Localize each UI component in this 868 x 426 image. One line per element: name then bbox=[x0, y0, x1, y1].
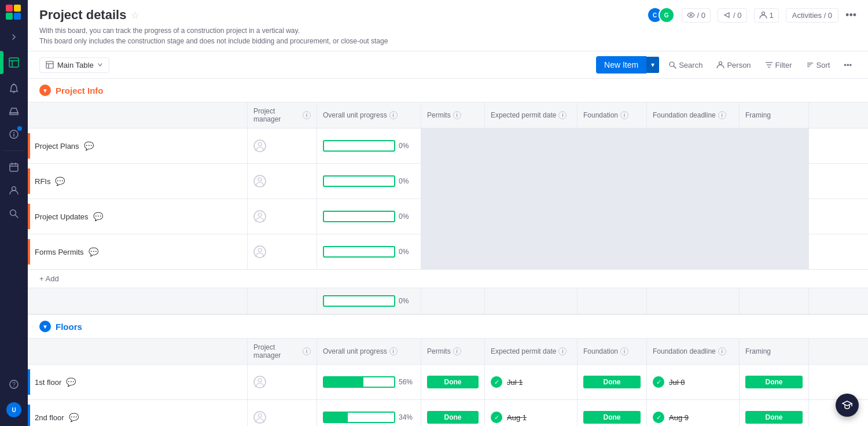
foundation-cell[interactable] bbox=[578, 199, 647, 234]
expected-date-cell[interactable] bbox=[485, 199, 578, 234]
filter-action[interactable]: Filter bbox=[760, 58, 797, 72]
permits-cell[interactable]: Done bbox=[421, 400, 485, 426]
expected-date-cell[interactable] bbox=[485, 128, 578, 163]
foundation-deadline-cell[interactable] bbox=[647, 164, 740, 199]
expected-date-cell[interactable] bbox=[485, 164, 578, 199]
comment-icon[interactable]: 💬 bbox=[93, 212, 103, 221]
help-button[interactable] bbox=[836, 394, 859, 417]
col-permits-f: Permits i bbox=[421, 339, 485, 364]
expected-date-cell[interactable]: ✓ Jul 1 bbox=[485, 365, 578, 399]
foundation-deadline-cell[interactable] bbox=[647, 199, 740, 234]
floors-title: Floors bbox=[56, 322, 82, 332]
avatar-group[interactable]: C G bbox=[647, 7, 675, 23]
sidebar-toggle[interactable] bbox=[7, 30, 21, 44]
foundation-cell[interactable]: Done bbox=[578, 365, 647, 399]
progress-cell[interactable]: 0% bbox=[317, 128, 421, 163]
permits-cell[interactable]: Done bbox=[421, 365, 485, 399]
sidebar-item-info[interactable] bbox=[3, 124, 24, 145]
foundation-deadline-cell[interactable]: ✓ Aug 9 bbox=[647, 400, 740, 426]
expected-date-info-icon[interactable]: i bbox=[558, 111, 567, 119]
foundation-cell[interactable] bbox=[578, 164, 647, 199]
sidebar-item-inbox[interactable] bbox=[3, 101, 24, 122]
progress-cell[interactable]: 0% bbox=[317, 234, 421, 269]
project-info-toggle[interactable]: ▼ bbox=[39, 85, 51, 96]
permits-info-icon-f[interactable]: i bbox=[453, 347, 461, 355]
expected-date-cell[interactable]: ✓ Aug 1 bbox=[485, 400, 578, 426]
progress-cell[interactable]: 0% bbox=[317, 164, 421, 199]
pm-info-icon[interactable]: i bbox=[303, 111, 311, 119]
new-item-main-button[interactable]: New Item bbox=[596, 56, 646, 74]
fd-info-icon[interactable]: i bbox=[718, 111, 726, 119]
svg-text:?: ? bbox=[12, 381, 16, 388]
framing-cell[interactable] bbox=[740, 234, 809, 269]
search-action[interactable]: Search bbox=[664, 58, 707, 72]
main-table-button[interactable]: Main Table bbox=[39, 57, 109, 73]
pm-cell[interactable] bbox=[248, 128, 317, 163]
col-overall-progress: Overall unit progress i bbox=[317, 102, 421, 128]
new-item-arrow-button[interactable]: ▾ bbox=[646, 57, 659, 73]
pm-cell[interactable] bbox=[248, 234, 317, 269]
progress-info-icon[interactable]: i bbox=[389, 111, 398, 119]
sort-action[interactable]: Sort bbox=[801, 58, 835, 72]
foundation-cell[interactable]: Done bbox=[578, 400, 647, 426]
more-toolbar-action[interactable]: ••• bbox=[839, 58, 856, 72]
pm-cell[interactable] bbox=[248, 199, 317, 234]
foundation-info-icon[interactable]: i bbox=[620, 111, 628, 119]
progress-cell[interactable]: 56% bbox=[317, 365, 421, 399]
sidebar-item-search[interactable] bbox=[3, 203, 24, 224]
project-info-add-row[interactable]: + Add bbox=[28, 270, 868, 288]
pm-cell[interactable] bbox=[248, 365, 317, 399]
favorite-icon[interactable]: ☆ bbox=[131, 10, 139, 21]
expected-date-info-icon-f[interactable]: i bbox=[558, 347, 567, 355]
sidebar-item-home[interactable] bbox=[3, 52, 24, 73]
comment-icon[interactable]: 💬 bbox=[69, 413, 79, 422]
framing-cell[interactable]: Done bbox=[740, 400, 809, 426]
expected-date-cell[interactable] bbox=[485, 234, 578, 269]
pm-info-icon-f[interactable]: i bbox=[303, 347, 311, 355]
sidebar-item-calendar[interactable] bbox=[3, 157, 24, 178]
floors-toggle[interactable]: ▼ bbox=[39, 321, 51, 332]
permits-cell[interactable] bbox=[421, 128, 485, 163]
foundation-cell[interactable] bbox=[578, 128, 647, 163]
comment-icon[interactable]: 💬 bbox=[66, 377, 76, 387]
more-options-button[interactable]: ••• bbox=[845, 9, 856, 21]
date-value: Aug 1 bbox=[507, 413, 527, 422]
permits-info-icon[interactable]: i bbox=[453, 111, 461, 119]
svg-rect-2 bbox=[6, 13, 13, 20]
activities-button[interactable]: Activities / 0 bbox=[786, 8, 838, 23]
pm-cell[interactable] bbox=[248, 164, 317, 199]
sidebar-item-avatar[interactable]: U bbox=[3, 399, 24, 420]
sidebar-item-people[interactable] bbox=[3, 180, 24, 201]
foundation-cell[interactable] bbox=[578, 234, 647, 269]
framing-cell[interactable] bbox=[740, 164, 809, 199]
progress-cell[interactable]: 34% bbox=[317, 400, 421, 426]
views-stat[interactable]: / 0 bbox=[682, 8, 711, 23]
permits-cell[interactable] bbox=[421, 234, 485, 269]
comment-icon[interactable]: 💬 bbox=[84, 141, 94, 150]
foundation-deadline-cell[interactable] bbox=[647, 234, 740, 269]
app-logo[interactable] bbox=[6, 5, 22, 23]
framing-cell[interactable] bbox=[740, 199, 809, 234]
framing-cell[interactable]: Done bbox=[740, 365, 809, 399]
foundation-info-icon-f[interactable]: i bbox=[620, 347, 628, 355]
sidebar-item-question[interactable]: ? bbox=[3, 374, 24, 395]
foundation-status-badge: Done bbox=[583, 376, 641, 388]
share-stat[interactable]: / 0 bbox=[718, 8, 746, 23]
row-name: RFIs bbox=[35, 177, 50, 186]
progress-cell[interactable]: 0% bbox=[317, 199, 421, 234]
progress-info-icon-f[interactable]: i bbox=[389, 347, 398, 355]
framing-cell[interactable] bbox=[740, 128, 809, 163]
foundation-deadline-cell[interactable] bbox=[647, 128, 740, 163]
sidebar-item-notifications[interactable] bbox=[3, 78, 24, 98]
comment-icon[interactable]: 💬 bbox=[55, 177, 65, 186]
svg-rect-11 bbox=[10, 164, 18, 171]
foundation-deadline-cell[interactable]: ✓ Jul 8 bbox=[647, 365, 740, 399]
fd-info-icon-f[interactable]: i bbox=[718, 347, 726, 355]
permits-cell[interactable] bbox=[421, 199, 485, 234]
pm-cell[interactable] bbox=[248, 400, 317, 426]
permits-cell[interactable] bbox=[421, 164, 485, 199]
page-description: With this board, you can track the progr… bbox=[39, 25, 856, 46]
people-stat[interactable]: 1 bbox=[754, 8, 779, 23]
comment-icon[interactable]: 💬 bbox=[89, 247, 98, 256]
person-action[interactable]: Person bbox=[712, 58, 755, 72]
